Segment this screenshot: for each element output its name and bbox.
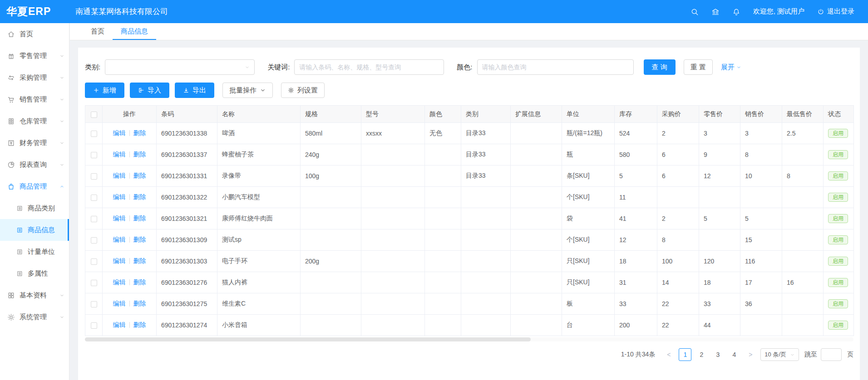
column-header: 颜色 [425,106,461,123]
row-checkbox[interactable] [91,131,97,137]
logout-button[interactable]: 退出登录 [817,7,854,16]
add-button[interactable]: 新增 [85,83,124,98]
sidebar-item-product-info[interactable]: 商品信息 [0,219,69,241]
page-button-3[interactable]: 3 [711,348,724,361]
edit-link[interactable]: 编辑 [113,321,126,328]
delete-link[interactable]: 删除 [133,193,146,200]
logout-label: 退出登录 [827,7,854,16]
edit-link[interactable]: 编辑 [113,257,126,264]
edit-link[interactable]: 编辑 [113,129,126,136]
delete-link[interactable]: 删除 [133,214,146,222]
yuan-icon [7,139,15,147]
row-checkbox[interactable] [91,216,97,222]
cell-category [461,229,511,251]
platform-icon[interactable] [711,8,720,16]
header-checkbox-cell [85,106,103,123]
sidebar-item-sales[interactable]: 销售管理 [0,88,69,110]
cell-min_price [782,144,824,166]
gift-icon [7,52,15,60]
sidebar-item-home[interactable]: 首页 [0,23,69,45]
delete-link[interactable]: 删除 [133,321,146,328]
jump-page-input[interactable] [821,348,842,361]
table-row: 编辑删除6901236301303电子手环200g只[SKU]181001201… [85,251,854,272]
cart-icon [7,96,15,103]
edit-link[interactable]: 编辑 [113,278,126,286]
delete-link[interactable]: 删除 [133,172,146,179]
edit-link[interactable]: 编辑 [113,214,126,222]
sidebar-item-product-category[interactable]: 商品类别 [0,197,69,219]
prev-page-button[interactable]: < [662,348,675,361]
delete-link[interactable]: 删除 [133,236,146,243]
chevron-down-icon [59,293,64,298]
sidebar-item-reports[interactable]: 报表查询 [0,154,69,175]
row-checkbox[interactable] [91,301,97,307]
keyword-input[interactable] [294,59,444,75]
page-size-select[interactable]: 10 条/页 [760,348,799,361]
tab-home[interactable]: 首页 [83,23,113,40]
delete-link[interactable]: 删除 [133,129,146,136]
reset-button[interactable]: 重 置 [684,59,713,75]
page-button-4[interactable]: 4 [728,348,740,361]
category-label: 类别: [85,63,100,72]
scrollbar-thumb[interactable] [85,337,531,341]
delete-link[interactable]: 删除 [133,151,146,158]
batch-actions-button[interactable]: 批量操作 [222,83,273,98]
expand-link[interactable]: 展开 [721,63,741,72]
app-logo[interactable]: 华夏ERP [0,5,69,19]
row-checkbox[interactable] [91,280,97,286]
tab-product-info[interactable]: 商品信息 [113,23,156,40]
sidebar-item-products[interactable]: 商品管理 [0,175,69,197]
edit-link[interactable]: 编辑 [113,236,126,243]
import-icon [138,87,144,93]
sidebar-item-measure-unit[interactable]: 计量单位 [0,241,69,263]
divider [129,279,130,285]
sidebar-item-multi-attribute[interactable]: 多属性 [0,263,69,284]
cell-retail_price: 120 [699,251,740,272]
edit-link[interactable]: 编辑 [113,172,126,179]
cell-retail_price [699,229,740,251]
cell-sale_price: 36 [740,293,782,315]
sidebar-item-warehouse[interactable]: 仓库管理 [0,110,69,132]
cell-spec [301,293,361,315]
cell-stock: 31 [615,272,657,293]
row-checkbox[interactable] [91,258,97,265]
notification-bell-icon[interactable] [732,8,740,16]
row-checkbox[interactable] [91,195,97,201]
delete-link[interactable]: 删除 [133,300,146,307]
edit-link[interactable]: 编辑 [113,151,126,158]
delete-link[interactable]: 删除 [133,278,146,286]
delete-link[interactable]: 删除 [133,257,146,264]
page-button-2[interactable]: 2 [695,348,708,361]
color-input[interactable] [477,59,634,75]
sidebar-item-purchase[interactable]: 采购管理 [0,67,69,88]
import-button[interactable]: 导入 [130,83,169,98]
sidebar-item-system[interactable]: 系统管理 [0,306,69,328]
row-checkbox[interactable] [91,237,97,244]
cell-status: 启用 [824,123,854,144]
filter-bar: 类别: 关键词: 颜色: 查 询 重 置 展开 [85,59,853,75]
next-page-button[interactable]: > [744,348,757,361]
export-button[interactable]: 导出 [175,83,214,98]
row-checkbox[interactable] [91,152,97,158]
cell-purchase_price [657,187,699,208]
edit-link[interactable]: 编辑 [113,300,126,307]
category-select[interactable] [105,59,255,75]
sidebar-item-finance[interactable]: 财务管理 [0,132,69,154]
horizontal-scrollbar[interactable] [85,337,853,341]
sidebar-item-basic-data[interactable]: 基本资料 [0,284,69,306]
column-settings-button[interactable]: 列设置 [281,83,325,98]
search-button[interactable]: 查 询 [644,59,676,75]
select-all-checkbox[interactable] [91,112,97,118]
cell-name: 啤酒 [217,123,301,144]
cell-status: 启用 [824,251,854,272]
edit-link[interactable]: 编辑 [113,193,126,200]
row-checkbox[interactable] [91,322,97,329]
cell-min_price [782,315,824,336]
page-button-1[interactable]: 1 [679,348,691,361]
search-icon[interactable] [690,8,699,16]
table-row: 编辑删除6901236301337蜂蜜柚子茶240g目录33瓶580698启用 [85,144,854,166]
sidebar-item-retail[interactable]: 零售管理 [0,45,69,67]
cell-stock: 41 [615,208,657,229]
row-checkbox[interactable] [91,173,97,180]
cell-purchase_price: 2 [657,208,699,229]
